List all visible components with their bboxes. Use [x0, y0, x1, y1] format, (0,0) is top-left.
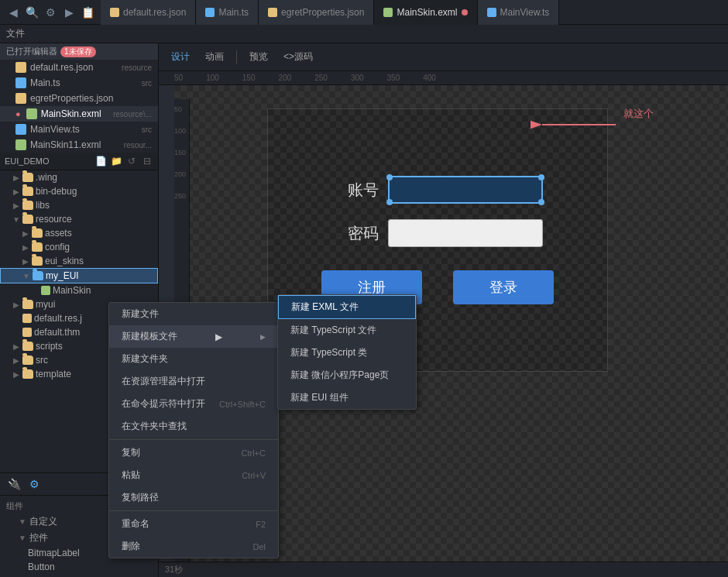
folder-icon — [22, 173, 33, 182]
login-label: 登录 — [489, 278, 517, 297]
folder-label: libs — [36, 200, 50, 211]
open-editors-label: 已打开编辑器 — [6, 46, 57, 57]
submenu-new-exml[interactable]: 新建 EXML 文件 — [278, 295, 416, 319]
tab-label: MainSkin.exml — [397, 7, 457, 18]
file-tag: src — [142, 125, 152, 134]
arrow-icon: ▶ — [12, 356, 20, 365]
menu-delete[interactable]: 删除 Del — [109, 535, 278, 558]
login-btn[interactable]: 登录 — [453, 270, 554, 304]
preview-label: 预览 — [249, 50, 268, 64]
password-label: 密码 — [332, 223, 379, 244]
submenu-item-label: 新建 TypeScript 文件 — [290, 324, 376, 337]
collapse-icon[interactable]: ⊟ — [141, 155, 153, 167]
folder-icon — [32, 256, 43, 266]
file-tag: resource — [122, 64, 152, 72]
selection-handle — [538, 199, 544, 205]
menu-item-label: 新建文件夹 — [122, 352, 168, 366]
tab-label: default.res.json — [123, 7, 186, 18]
unsaved-indicator — [462, 9, 468, 15]
menu-file[interactable]: 文件 — [6, 27, 25, 40]
new-file-icon[interactable]: 📄 — [94, 155, 107, 167]
arrow-icon: ▶ — [12, 301, 20, 309]
tree-libs-folder[interactable]: ▶ libs — [0, 198, 158, 212]
tab-main-ts[interactable]: Main.ts — [196, 0, 259, 25]
settings-icon[interactable]: ⚙ — [26, 476, 42, 492]
ruler-mark: 350 — [387, 74, 400, 82]
menu-new-file[interactable]: 新建文件 — [109, 303, 278, 325]
button-item[interactable]: Button — [6, 560, 152, 574]
submenu-new-eui-component[interactable]: 新建 EUI 组件 — [278, 386, 416, 409]
menu-rename[interactable]: 重命名 F2 — [109, 513, 278, 535]
new-folder-icon[interactable]: 📁 — [110, 155, 122, 167]
item-label: BitmapLabel — [28, 548, 80, 558]
separator — [109, 439, 278, 440]
submenu-new-wechat-page[interactable]: 新建 微信小程序Page页 — [278, 364, 416, 386]
annotation-this-one: 就这个 — [623, 107, 654, 121]
menu-item-label: 删除 — [122, 540, 140, 553]
source-btn[interactable]: <>源码 — [277, 48, 319, 66]
file-name: MainView.ts — [30, 124, 80, 135]
tree-main-skin-file[interactable]: MainSkin — [0, 283, 158, 297]
menu-find-in-folder[interactable]: 在文件夹中查找 — [109, 415, 278, 438]
menu-new-template-file[interactable]: 新建模板文件 ▶ — [109, 325, 278, 348]
file-egret-properties-json[interactable]: egretProperties.json — [0, 91, 158, 106]
tab-default-res-json[interactable]: default.res.json — [101, 0, 196, 25]
tab-main-view-ts[interactable]: MainView.ts — [478, 0, 560, 25]
preview-btn[interactable]: 预览 — [243, 48, 274, 66]
menu-new-folder[interactable]: 新建文件夹 — [109, 348, 278, 370]
settings-icon[interactable]: ⚙ — [43, 5, 57, 19]
menu-copy-path[interactable]: 复制路径 — [109, 486, 278, 509]
password-input[interactable] — [388, 219, 543, 247]
menu-item-label: 在资源管理器中打开 — [122, 375, 205, 388]
file-main-view-ts[interactable]: MainView.ts src — [0, 122, 158, 137]
plugin-icon[interactable]: 🔌 — [6, 476, 22, 492]
submenu-new-ts-file[interactable]: 新建 TypeScript 文件 — [278, 319, 416, 342]
file-main-skin-exml[interactable]: ● MainSkin.exml resource\... — [0, 106, 158, 122]
refresh-icon[interactable]: ↺ — [125, 155, 138, 167]
copy-icon[interactable]: 📋 — [81, 5, 94, 19]
tree-eui-skins-folder[interactable]: ▶ eui_skins — [0, 254, 158, 268]
file-default-res-json[interactable]: default.res.json resource — [0, 60, 158, 75]
file-tag: resource\... — [113, 110, 152, 118]
menu-copy[interactable]: 复制 Ctrl+C — [109, 441, 278, 464]
animation-btn[interactable]: 动画 — [199, 48, 230, 66]
menu-open-in-cmd[interactable]: 在命令提示符中打开 Ctrl+Shift+C — [109, 393, 278, 415]
shortcut-label: F2 — [256, 520, 266, 529]
separator — [109, 510, 278, 511]
password-row: 密码 — [332, 219, 543, 247]
file-main-ts[interactable]: Main.ts src — [0, 75, 158, 91]
file-main-skin11-exml[interactable]: MainSkin11.exml resour... — [0, 137, 158, 153]
file-label: default.res.j — [34, 313, 82, 324]
menu-open-in-explorer[interactable]: 在资源管理器中打开 — [109, 370, 278, 393]
design-btn[interactable]: 设计 — [165, 48, 196, 66]
file-label: default.thm — [34, 327, 80, 338]
submenu-item-label: 新建 EXML 文件 — [291, 301, 359, 314]
ts-icon — [15, 124, 26, 135]
json-file-icon — [268, 8, 277, 17]
back-icon[interactable]: ◀ — [6, 5, 20, 19]
tree-header-icons: 📄 📁 ↺ ⊟ — [94, 155, 153, 167]
username-input[interactable] — [388, 176, 543, 204]
json-icon — [22, 314, 32, 323]
arrow-icon: ▼ — [22, 272, 30, 280]
menu-paste[interactable]: 粘贴 Ctrl+V — [109, 464, 278, 486]
ruler-v-mark: 250 — [174, 192, 189, 200]
tab-main-skin-exml[interactable]: MainSkin.exml — [374, 0, 477, 25]
tree-wing-folder[interactable]: ▶ .wing — [0, 170, 158, 184]
arrow-icon: ▼ — [19, 517, 26, 526]
tree-bin-debug-folder[interactable]: ▶ bin-debug — [0, 184, 158, 198]
folder-label: .wing — [36, 172, 57, 183]
tree-config-folder[interactable]: ▶ config — [0, 240, 158, 254]
tree-my-eui-folder[interactable]: ▼ my_EUI — [0, 268, 158, 283]
tree-resource-folder[interactable]: ▼ resource — [0, 212, 158, 226]
run-icon[interactable]: ▶ — [62, 5, 76, 19]
folder-icon — [22, 369, 33, 379]
submenu-new-ts-class[interactable]: 新建 TypeScript 类 — [278, 342, 416, 364]
tab-egret-properties-json[interactable]: egretProperties.json — [259, 0, 374, 25]
search-icon[interactable]: 🔍 — [25, 5, 39, 19]
status-message: 31秒 — [165, 564, 183, 575]
menu-item-label: 粘贴 — [122, 469, 140, 482]
tab-label: MainView.ts — [500, 7, 550, 18]
tree-assets-folder[interactable]: ▶ assets — [0, 226, 158, 240]
shortcut-label: Ctrl+V — [242, 471, 266, 480]
